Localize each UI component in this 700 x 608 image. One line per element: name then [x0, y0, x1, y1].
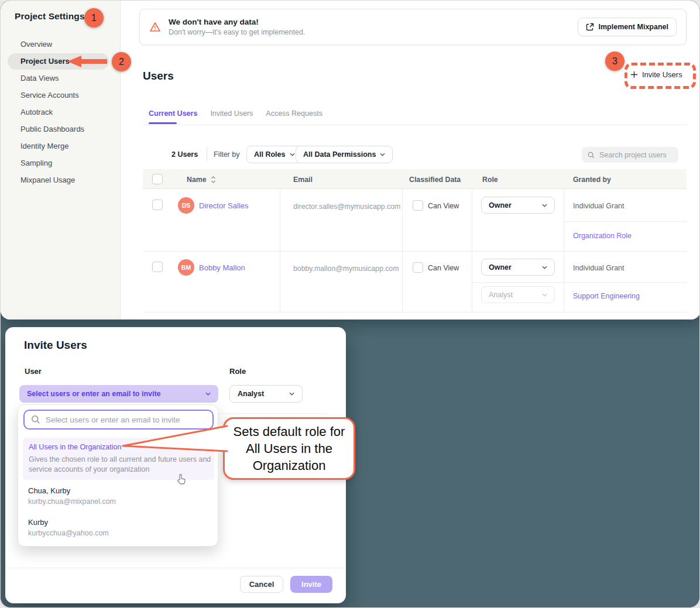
chevron-down-icon: [205, 392, 211, 396]
user-count: 2 Users: [171, 150, 198, 159]
permissions-filter-label: All Data Permissions: [303, 150, 376, 159]
search-icon: [588, 151, 595, 159]
grant-divider: [472, 282, 687, 283]
role-field-label: Role: [229, 367, 246, 376]
option-all-users-org-description: Gives the chosen role to all current and…: [29, 455, 212, 475]
role-dropdown[interactable]: Owner: [481, 197, 555, 214]
callout-text: Sets default role for All Users in the O…: [230, 423, 348, 474]
organization-role-link[interactable]: Organization Role: [573, 232, 632, 240]
invite-button[interactable]: Invite: [290, 576, 332, 593]
user-select-value: Select users or enter an email to invite: [27, 390, 161, 398]
tab-access-requests[interactable]: Access Requests: [266, 109, 322, 118]
chevron-down-icon: [289, 392, 294, 396]
callout-bubble: Sets default role for All Users in the O…: [223, 417, 355, 480]
sidebar-item-overview[interactable]: Overview: [20, 39, 52, 50]
chevron-down-icon: [542, 204, 547, 207]
sidebar-item-mixpanel-usage[interactable]: Mixpanel Usage: [20, 175, 75, 186]
annotation-arrow-left: [65, 54, 109, 68]
user-select[interactable]: Select users or enter an email to invite: [19, 385, 218, 403]
sidebar-item-data-views[interactable]: Data Views: [20, 73, 59, 84]
banner-title: We don't have any data!: [169, 18, 305, 26]
implement-mixpanel-label: Implement Mixpanel: [599, 23, 668, 31]
column-header-granted: Granted by: [573, 176, 611, 184]
grant-divider: [564, 221, 687, 222]
option-user-name[interactable]: Chua, Kurby: [28, 486, 70, 495]
sidebar-item-autotrack[interactable]: Autotrack: [20, 107, 53, 118]
chevron-down-icon: [290, 153, 295, 156]
permissions-filter-dropdown[interactable]: All Data Permissions: [296, 146, 393, 163]
row-checkbox[interactable]: [152, 200, 163, 210]
annotation-step-2: 2: [112, 52, 131, 71]
can-view-checkbox[interactable]: [413, 200, 423, 211]
active-tab-underline: [149, 122, 177, 124]
tab-invited-users[interactable]: Invited Users: [210, 109, 253, 118]
annotation-step-3: 3: [605, 51, 624, 71]
role-dropdown-disabled: Analyst: [481, 286, 555, 303]
user-email: director.salles@mymusicapp.com: [293, 202, 400, 211]
sidebar: Project Settings Overview Project Users …: [1, 1, 121, 320]
chevron-down-icon: [542, 293, 547, 297]
screenshot-window: Project Settings Overview Project Users …: [0, 0, 700, 608]
filter-by-label: Filter by: [214, 150, 239, 159]
implement-mixpanel-button[interactable]: Implement Mixpanel: [578, 18, 677, 36]
can-view-checkbox[interactable]: [413, 262, 423, 273]
role-value: Owner: [489, 201, 512, 209]
cancel-button[interactable]: Cancel: [240, 576, 283, 593]
role-dropdown[interactable]: Owner: [481, 259, 555, 276]
chevron-down-icon: [380, 153, 385, 156]
hand-cursor-icon: [176, 473, 187, 486]
user-field-label: User: [25, 367, 42, 376]
sort-icon[interactable]: [211, 176, 216, 184]
user-name-link[interactable]: Director Salles: [199, 201, 249, 210]
select-all-checkbox[interactable]: [152, 174, 163, 184]
can-view-label: Can View: [428, 264, 459, 272]
sidebar-item-sampling[interactable]: Sampling: [20, 158, 52, 169]
warning-icon: [149, 21, 161, 33]
granted-by-value: Individual Grant: [573, 202, 624, 210]
external-link-icon: [586, 23, 594, 31]
column-header-role: Role: [482, 176, 498, 184]
no-data-banner: We don't have any data! Don't worry—it's…: [139, 9, 687, 45]
sidebar-item-identity-merge[interactable]: Identity Merge: [20, 141, 68, 152]
table-bottom-border: [143, 312, 687, 312]
search-icon: [31, 415, 40, 424]
user-name-link[interactable]: Bobby Mallon: [199, 263, 245, 272]
search-project-users-input[interactable]: [599, 151, 672, 159]
callout-tail: [119, 423, 229, 455]
annotation-dashed-box: [624, 63, 696, 89]
tabs-divider: [143, 125, 687, 125]
option-user-email: kurby.chua@mixpanel.com: [28, 497, 116, 506]
avatar: DS: [178, 197, 194, 214]
sidebar-title: Project Settings: [15, 11, 85, 22]
roles-filter-dropdown[interactable]: All Roles: [246, 146, 303, 163]
row-checkbox[interactable]: [152, 262, 163, 272]
sidebar-item-service-accounts[interactable]: Service Accounts: [20, 90, 79, 101]
granted-by-value: Individual Grant: [573, 264, 624, 272]
role-select-value: Analyst: [238, 390, 264, 398]
chevron-down-icon: [542, 266, 547, 269]
option-user-email: kurbycchua@yahoo.com: [28, 529, 109, 537]
search-project-users[interactable]: [582, 147, 678, 163]
page-title: Users: [143, 70, 174, 83]
roles-filter-label: All Roles: [254, 150, 286, 159]
support-engineering-link[interactable]: Support Engineering: [573, 292, 640, 300]
banner-subtitle: Don't worry—it's easy to get implemented…: [169, 28, 305, 36]
users-tabs: Current Users Invited Users Access Reque…: [149, 109, 322, 118]
project-settings-panel: Project Settings Overview Project Users …: [1, 1, 700, 320]
can-view-label: Can View: [428, 202, 459, 210]
row-divider: [143, 251, 687, 252]
annotation-step-1: 1: [84, 8, 104, 28]
option-user-name[interactable]: Kurby: [28, 518, 48, 527]
role-value: Analyst: [489, 291, 513, 299]
sidebar-item-public-dashboards[interactable]: Public Dashboards: [20, 124, 84, 135]
user-email: bobby.mallon@mymusicapp.com: [293, 265, 399, 273]
toolbar-divider: [207, 147, 207, 161]
role-select[interactable]: Analyst: [229, 385, 303, 403]
sidebar-item-project-users[interactable]: Project Users: [20, 56, 70, 67]
tab-current-users[interactable]: Current Users: [149, 109, 197, 118]
modal-title: Invite Users: [24, 339, 87, 352]
column-header-email: Email: [293, 176, 313, 184]
column-header-classified: Classified Data: [409, 176, 461, 184]
role-value: Owner: [489, 263, 512, 272]
column-header-name[interactable]: Name: [187, 176, 207, 184]
